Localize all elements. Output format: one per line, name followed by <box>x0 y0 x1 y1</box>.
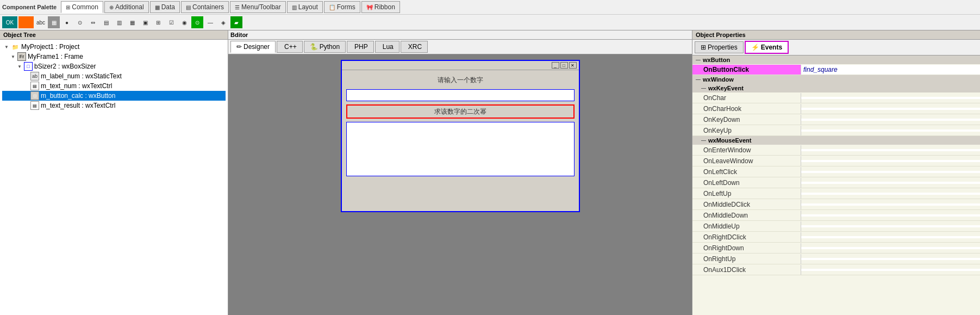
object-tree-panel: Object Tree ▼ 📁 MyProject1 : Project ▼ F… <box>0 30 228 315</box>
event-value-onkeydown[interactable] <box>801 119 980 121</box>
tab-cpp[interactable]: C++ <box>277 41 303 53</box>
tab-events[interactable]: ⚡ Events <box>745 41 789 54</box>
palette-icon-gauge[interactable]: ⊙ <box>191 16 203 28</box>
palette-icon-arrows[interactable]: ⇔ <box>87 16 99 28</box>
tree-node-project[interactable]: ▼ 📁 MyProject1 : Project <box>2 42 226 52</box>
tree-node-text-result[interactable]: ▤ m_text_result : wxTextCtrl <box>2 101 226 110</box>
tab-common[interactable]: ⊞ Common <box>61 1 103 13</box>
event-value-onmiddleup[interactable] <box>801 225 980 227</box>
palette-icon-combo[interactable]: ⊞ <box>152 16 164 28</box>
expand-sizer[interactable]: ▼ <box>17 64 22 69</box>
palette-icon-grid[interactable]: ▦ <box>48 16 60 28</box>
tab-python[interactable]: 🐍 Python <box>304 41 346 53</box>
expand-frame[interactable]: ▼ <box>10 54 16 59</box>
tab-menutoolbar-label: Menu/Toolbar <box>241 3 281 11</box>
frame-icon: Fr <box>17 52 26 61</box>
palette-icon-color[interactable] <box>18 16 34 28</box>
expand-textnum[interactable] <box>23 83 29 89</box>
event-row-onrightdown: OnRightDown <box>692 243 980 254</box>
palette-icon-box[interactable]: ▣ <box>139 16 151 28</box>
tab-ribbon-label: Ribbon <box>374 3 395 11</box>
event-value-onkeyup[interactable] <box>801 129 980 132</box>
event-value-onleftdown[interactable] <box>801 182 980 184</box>
wxmouseevent-label: wxMouseEvent <box>708 137 751 144</box>
tab-xrc[interactable]: XRC <box>401 41 428 53</box>
python-icon: 🐍 <box>310 43 318 51</box>
event-name-onrightdclick: OnRightDClick <box>692 232 801 242</box>
tab-lua[interactable]: Lua <box>375 41 400 53</box>
palette-icon-check[interactable]: ☑ <box>165 16 177 28</box>
collapse-wxmouseevent[interactable]: — <box>701 138 706 143</box>
palette-icon-radio[interactable]: ◉ <box>178 16 190 28</box>
palette-icon-slider[interactable]: — <box>204 16 216 28</box>
tab-data-label: Data <box>161 3 175 11</box>
event-row-onkeydown: OnKeyDown <box>692 114 980 125</box>
event-value-onleftclick[interactable] <box>801 171 980 173</box>
event-value-onrightup[interactable] <box>801 258 980 260</box>
event-row-onleavewindow: OnLeaveWindow <box>692 156 980 166</box>
event-row-onmiddledclick: OnMiddleDClick <box>692 199 980 210</box>
event-value-onrightdclick[interactable] <box>801 236 980 238</box>
ribbon-icon: 🎀 <box>366 4 373 10</box>
event-value-onaux1dclick[interactable] <box>801 269 980 271</box>
tree-node-frame[interactable]: ▼ Fr MyFrame1 : Frame <box>2 52 226 61</box>
titlebar-minimize[interactable]: _ <box>552 62 559 69</box>
collapse-wxwindow[interactable]: — <box>696 77 701 82</box>
tree-node-label-num[interactable]: ab m_label_num : wxStaticText <box>2 71 226 81</box>
tab-menutoolbar[interactable]: ☰ Menu/Toolbar <box>230 1 286 13</box>
palette-icon-text[interactable]: abc <box>35 16 47 28</box>
palette-icon-spin[interactable]: ◈ <box>217 16 229 28</box>
event-value-onbuttonclick[interactable]: find_square <box>801 65 980 75</box>
tab-containers[interactable]: ▤ Containers <box>181 1 229 13</box>
tab-designer[interactable]: ✏ Designer <box>230 41 276 53</box>
event-value-onleftup[interactable] <box>801 193 980 195</box>
titlebar-close[interactable]: ✕ <box>569 62 577 69</box>
center-panel: Bditor ✏ Designer C++ 🐍 Python PHP Lua <box>228 30 692 315</box>
expand-buttoncalc[interactable] <box>23 93 29 98</box>
palette-icon-circle[interactable]: ● <box>61 16 73 28</box>
palette-icon-list1[interactable]: ▤ <box>100 16 112 28</box>
frame-input-num[interactable] <box>346 89 575 101</box>
tab-forms[interactable]: 📋 Forms <box>324 1 360 13</box>
expand-textresult[interactable] <box>23 103 29 108</box>
event-value-onleavewindow[interactable] <box>801 160 980 162</box>
tab-containers-label: Containers <box>192 3 224 11</box>
section-wxbutton: — wxButton <box>692 55 980 64</box>
collapse-wxkeyevent[interactable]: — <box>701 85 706 91</box>
palette-icon-list2[interactable]: ▥ <box>113 16 125 28</box>
collapse-wxbutton[interactable]: — <box>696 57 701 63</box>
event-name-onleftup: OnLeftUp <box>692 189 801 199</box>
event-value-onrightdown[interactable] <box>801 247 980 249</box>
tab-common-label: Common <box>72 3 98 11</box>
tree-node-text-num[interactable]: ▤ m_text_num : wxTextCtrl <box>2 81 226 91</box>
titlebar-restore[interactable]: □ <box>560 62 568 69</box>
tab-properties-label: Properties <box>708 44 738 51</box>
tree-node-button-calc[interactable]: ⊡ m_button_calc : wxButton <box>2 91 226 101</box>
tab-forms-label: Forms <box>337 3 355 11</box>
data-icon: ▦ <box>155 4 160 10</box>
tree-node-sizer[interactable]: ▼ □ bSizer2 : wxBoxSizer <box>2 61 226 71</box>
event-value-oncharhook[interactable] <box>801 108 980 110</box>
tab-additional[interactable]: ⊕ Additional <box>104 1 149 13</box>
event-value-onchar[interactable] <box>801 97 980 99</box>
palette-icon-clock[interactable]: ⊙ <box>74 16 86 28</box>
sizer-icon: □ <box>24 62 33 71</box>
tab-properties[interactable]: ⊞ Properties <box>695 41 744 53</box>
event-value-onmiddledclick[interactable] <box>801 203 980 206</box>
event-value-onenterwindow[interactable] <box>801 149 980 151</box>
expand-labelnum[interactable] <box>23 73 29 79</box>
tab-php[interactable]: PHP <box>347 41 374 53</box>
expand-project[interactable]: ▼ <box>4 44 9 50</box>
tab-events-label: Events <box>761 44 782 51</box>
palette-icon-table[interactable]: ▦ <box>126 16 138 28</box>
frame-button-calc[interactable]: 求该数字的二次幂 <box>346 104 575 119</box>
event-value-onmiddledown[interactable] <box>801 214 980 217</box>
tab-layout[interactable]: ▥ Layout <box>287 1 323 13</box>
palette-icon-progress[interactable]: ▰ <box>230 16 242 28</box>
tab-ribbon[interactable]: 🎀 Ribbon <box>361 1 400 13</box>
tab-data[interactable]: ▦ Data <box>150 1 180 13</box>
common-icon: ⊞ <box>66 4 70 10</box>
tab-additional-label: Additional <box>115 3 144 11</box>
event-name-onmiddledown: OnMiddleDown <box>692 211 801 220</box>
palette-icon-ok[interactable]: OK <box>2 16 17 28</box>
